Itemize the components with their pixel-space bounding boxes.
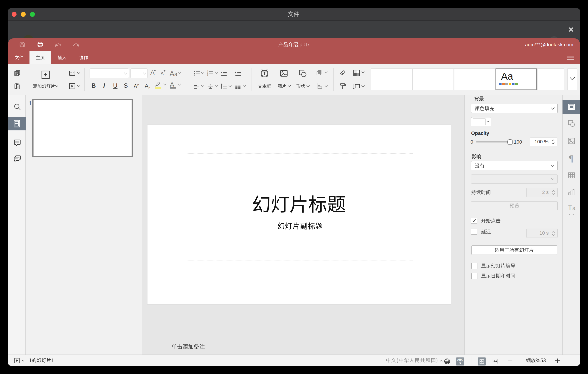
svg-text:3: 3 xyxy=(207,74,209,76)
